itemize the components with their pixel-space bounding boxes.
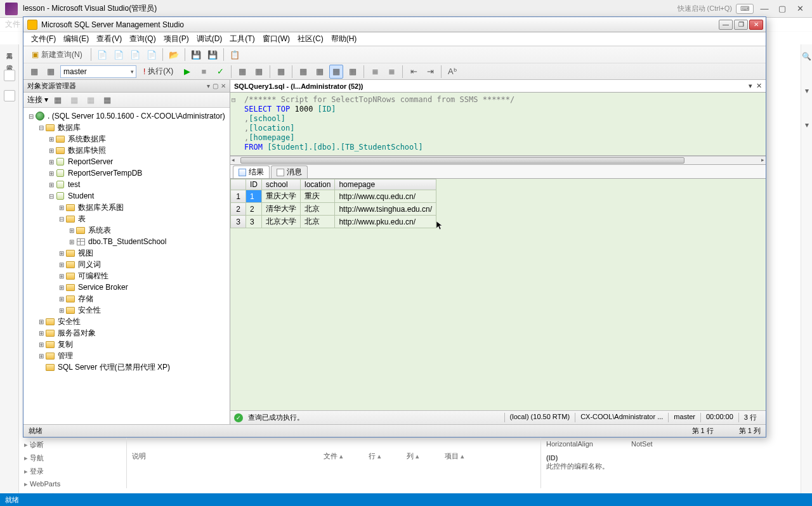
panel-item[interactable]: 导航 <box>24 453 121 463</box>
toolbar-button[interactable]: ▦ <box>329 65 343 79</box>
col-header-id[interactable]: ID <box>246 179 262 190</box>
editor-hscrollbar[interactable] <box>230 156 766 165</box>
cell-school[interactable]: 重庆大学 <box>262 190 301 203</box>
menu-window[interactable]: 窗口(W) <box>260 32 292 46</box>
tree-sysdb[interactable]: 系统数据库 <box>68 134 106 145</box>
tree-db[interactable]: ReportServer <box>68 157 113 166</box>
panel-item[interactable]: 登录 <box>24 467 121 476</box>
tree-item[interactable]: SQL Server 代理(已禁用代理 XP) <box>58 362 170 373</box>
tree-db-student[interactable]: Student <box>68 191 94 200</box>
toolbar-button[interactable]: ▦ <box>346 65 360 79</box>
tree-item[interactable]: 视图 <box>78 248 93 259</box>
prop-value[interactable]: NotSet <box>631 440 653 448</box>
toolbar-button[interactable]: ▦ <box>27 65 41 79</box>
toolbox-tab[interactable]: 工具箱 <box>4 47 15 49</box>
error-list-panel[interactable]: 说明 文件 ▴ 行 ▴ 列 ▴ 项目 ▴ <box>127 438 540 488</box>
toolbar-button[interactable]: ▦ <box>235 65 249 79</box>
tree-item[interactable]: 安全性 <box>58 316 81 327</box>
close-icon[interactable]: ✕ <box>221 82 226 89</box>
toolbar-button[interactable]: ▦ <box>51 93 65 107</box>
save-all-button[interactable]: 💾 <box>206 48 219 62</box>
properties-panel[interactable]: HorizontalAlignNotSet (ID) 此控件的编程名称。 <box>540 438 801 488</box>
cell-location[interactable]: 重庆 <box>301 190 335 203</box>
stop-button[interactable]: ■ <box>197 65 211 79</box>
ssms-close-button[interactable]: ✕ <box>749 20 763 30</box>
cell-school[interactable]: 清华大学 <box>262 203 301 216</box>
table-row[interactable]: 2 2 清华大学 北京 http://www.tsinghua.edu.cn/ <box>231 203 436 216</box>
errlist-col-desc[interactable]: 说明 <box>132 452 146 460</box>
toolbar-button[interactable]: Aᵇ <box>445 65 459 79</box>
results-grid[interactable]: ID school location homepage 1 1 重庆大学 重庆 … <box>230 179 766 410</box>
execute-button[interactable]: !执行(X) <box>139 65 178 79</box>
errlist-col-file[interactable]: 文件 <box>324 452 337 460</box>
tree-server[interactable]: . (SQL Server 10.50.1600 - CX-COOL\Admin… <box>48 112 225 120</box>
connect-button[interactable]: 连接 ▾ <box>27 94 48 105</box>
tree-item[interactable]: 存储 <box>78 294 93 304</box>
tree-item[interactable]: 复制 <box>58 339 73 350</box>
toolbar-button[interactable]: ⇤ <box>407 65 421 79</box>
search-tab[interactable]: 搜索 <box>4 58 15 61</box>
cell-id[interactable]: 1 <box>246 190 262 203</box>
chevron-down-icon[interactable]: ▾ <box>805 120 809 129</box>
toolbar-button[interactable]: ▦ <box>100 93 114 107</box>
menu-view[interactable]: 查看(V) <box>94 32 124 46</box>
strip-button[interactable] <box>4 70 15 81</box>
col-header-homepage[interactable]: homepage <box>335 179 436 190</box>
tree-dbsnap[interactable]: 数据库快照 <box>68 145 106 156</box>
cell-id[interactable]: 3 <box>246 216 262 228</box>
tree-item[interactable]: 可编程性 <box>78 271 108 282</box>
toolbar-button[interactable]: ⇥ <box>423 65 437 79</box>
menu-query[interactable]: 查询(Q) <box>127 32 158 46</box>
tree-table[interactable]: dbo.TB_StudentSchool <box>88 237 166 246</box>
toolbar-button[interactable]: ▦ <box>274 65 288 79</box>
vs-maximize-button[interactable]: ▢ <box>775 3 789 15</box>
vs-minimize-button[interactable]: — <box>757 3 771 15</box>
chevron-down-icon[interactable]: ▾ <box>805 86 809 95</box>
toolbar-button[interactable]: ▦ <box>67 93 81 107</box>
toolbar-button[interactable]: 📄 <box>95 48 109 62</box>
tree-item[interactable]: 管理 <box>58 351 73 361</box>
cell-location[interactable]: 北京 <box>301 203 335 216</box>
cell-homepage[interactable]: http://www.cqu.edu.cn/ <box>335 190 436 203</box>
toolbar-button[interactable]: 📄 <box>145 48 159 62</box>
errlist-col-line[interactable]: 行 <box>369 452 376 460</box>
tree-db[interactable]: ReportServerTempDB <box>68 169 142 178</box>
messages-tab[interactable]: 消息 <box>271 165 308 178</box>
parse-button[interactable]: ✓ <box>213 65 227 79</box>
vs-close-button[interactable]: ✕ <box>793 3 807 15</box>
database-combo[interactable]: master <box>60 65 136 78</box>
cell-id[interactable]: 2 <box>246 203 262 216</box>
close-icon[interactable]: ✕ <box>756 82 762 90</box>
ssms-restore-button[interactable]: ❐ <box>734 20 748 30</box>
menu-file[interactable]: 文件(F) <box>29 32 58 46</box>
ssms-minimize-button[interactable]: — <box>719 20 733 30</box>
menu-community[interactable]: 社区(C) <box>295 32 326 46</box>
toolbar-button[interactable]: ▦ <box>84 93 98 107</box>
col-header-location[interactable]: location <box>301 179 335 190</box>
toolbar-button[interactable]: ▦ <box>313 65 327 79</box>
toolbar-button[interactable]: ▦ <box>44 65 58 79</box>
toolbar-button[interactable]: 📋 <box>228 48 242 62</box>
query-tab[interactable]: SQLQuery1.sql - (l...Administrator (52))… <box>230 80 766 93</box>
toolbar-button[interactable]: ▦ <box>252 65 266 79</box>
results-tab[interactable]: 结果 <box>233 165 270 178</box>
menu-tools[interactable]: 工具(T) <box>227 32 257 46</box>
dropdown-icon[interactable]: ▾ <box>749 82 752 90</box>
toolbar-button[interactable]: ≣ <box>384 65 398 79</box>
table-row[interactable]: 1 1 重庆大学 重庆 http://www.cqu.edu.cn/ <box>231 190 436 203</box>
toolbar-button[interactable]: ▦ <box>296 65 310 79</box>
debug-button[interactable]: ▶ <box>180 65 194 79</box>
menu-debug[interactable]: 调试(D) <box>194 32 225 46</box>
scrollbar-thumb[interactable] <box>240 157 684 164</box>
menu-project[interactable]: 项目(P) <box>161 32 192 46</box>
pin-icon[interactable]: ▢ <box>213 82 218 89</box>
toolbar-button[interactable]: 📄 <box>112 48 126 62</box>
vs-quicklaunch-hint[interactable]: 快速启动 (Ctrl+Q) <box>678 4 732 13</box>
tree-item[interactable]: 同义词 <box>78 259 101 270</box>
menu-edit[interactable]: 编辑(E) <box>61 32 91 46</box>
open-button[interactable]: 📂 <box>167 48 181 62</box>
ssms-titlebar[interactable]: Microsoft SQL Server Management Studio —… <box>23 17 766 32</box>
panel-item[interactable]: 诊断 <box>24 440 121 450</box>
menu-help[interactable]: 帮助(H) <box>329 32 360 46</box>
save-button[interactable]: 💾 <box>189 48 203 62</box>
